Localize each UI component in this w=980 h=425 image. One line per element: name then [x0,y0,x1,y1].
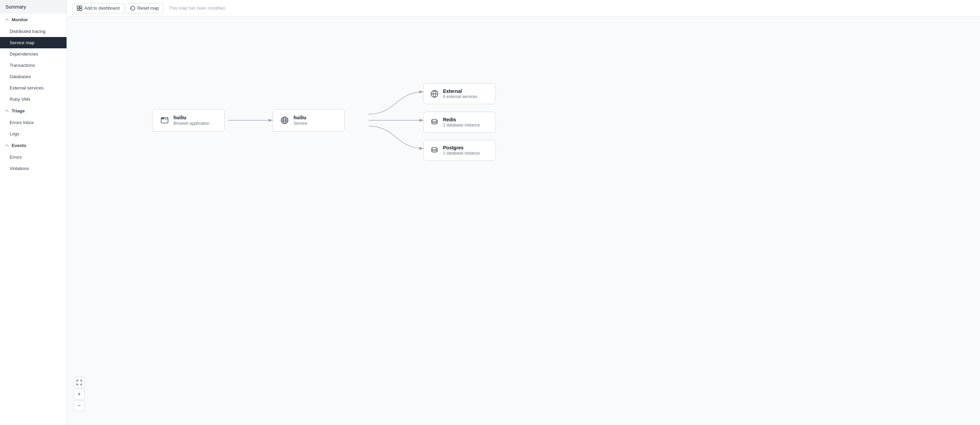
browser-icon [160,116,169,125]
svg-rect-2 [77,9,79,11]
dashboard-icon [77,5,82,11]
reset-map-button[interactable]: Reset map [126,3,164,13]
svg-point-9 [162,118,162,119]
svg-point-10 [163,118,164,119]
chevron-icon [5,144,10,148]
map-controls: + − [74,377,85,411]
zoom-out-icon: − [78,403,81,409]
sidebar-item-external-services[interactable]: External services [0,82,67,94]
redis-dep-sub: 1 database instance [443,123,480,127]
external-node[interactable]: External 9 external services [423,83,495,104]
events-label: Events [12,143,26,148]
chevron-icon [5,18,10,22]
sidebar-item-logs[interactable]: Logs [0,128,67,140]
sidebar-item-dependencies[interactable]: Dependencies [0,48,67,60]
sidebar-item-errors[interactable]: Errors [0,152,67,163]
map-canvas[interactable]: huiliu Browser application huiliu Servic… [67,16,980,425]
map-modified-notice: This map has been modified [169,5,225,11]
add-to-dashboard-button[interactable]: Add to dashboard [72,3,124,13]
arrows-svg [67,16,980,425]
sidebar-item-databases[interactable]: Databases [0,71,67,82]
svg-rect-1 [80,6,82,8]
external-dep-name: External [443,89,477,94]
globe-icon [280,116,290,125]
sidebar: Summary Monitor Distributed tracing Serv… [0,0,67,425]
main-content: Add to dashboard Reset map This map has … [67,0,980,425]
external-dep-sub: 9 external services [443,94,477,99]
triage-label: Triage [12,108,25,113]
postgres-dep-name: Postgres [443,145,480,151]
sidebar-section-monitor[interactable]: Monitor [0,14,67,26]
zoom-in-button[interactable]: + [74,389,85,400]
toolbar: Add to dashboard Reset map This map has … [67,0,980,16]
sidebar-item-service-map[interactable]: Service map [0,37,67,48]
postgres-dep-sub: 1 database instance [443,151,480,155]
sidebar-item-errors-inbox[interactable]: Errors Inbox [0,117,67,128]
service-node-type: Service [294,121,307,126]
svg-rect-0 [77,6,79,8]
sidebar-item-ruby-vms[interactable]: Ruby VMs [0,94,67,105]
sidebar-item-transactions[interactable]: Transactions [0,60,67,71]
service-node-name: huiliu [294,115,307,120]
redis-node[interactable]: Redis 1 database instance [423,112,495,133]
database-icon [430,118,439,127]
reset-icon [130,5,135,11]
fit-icon [76,380,82,385]
zoom-in-icon: + [78,391,81,397]
sidebar-section-events[interactable]: Events [0,140,67,152]
svg-point-19 [432,119,437,121]
svg-point-20 [432,147,437,149]
service-node[interactable]: huiliu Service [273,109,345,132]
database-icon [430,146,439,155]
external-icon [430,89,439,98]
sidebar-item-violations[interactable]: Violations [0,163,67,174]
sidebar-section-triage[interactable]: Triage [0,105,67,117]
chevron-icon [5,109,10,113]
monitor-label: Monitor [12,17,28,22]
sidebar-item-distributed-tracing[interactable]: Distributed tracing [0,26,67,37]
fit-map-button[interactable] [74,377,85,388]
zoom-out-button[interactable]: − [74,400,85,411]
postgres-node[interactable]: Postgres 1 database instance [423,140,495,161]
sidebar-summary[interactable]: Summary [0,0,67,14]
browser-node-type: Browser application [173,121,210,126]
svg-rect-3 [80,9,82,11]
browser-node-name: huiliu [173,115,210,120]
browser-node[interactable]: huiliu Browser application [153,109,224,132]
redis-dep-name: Redis [443,117,480,122]
